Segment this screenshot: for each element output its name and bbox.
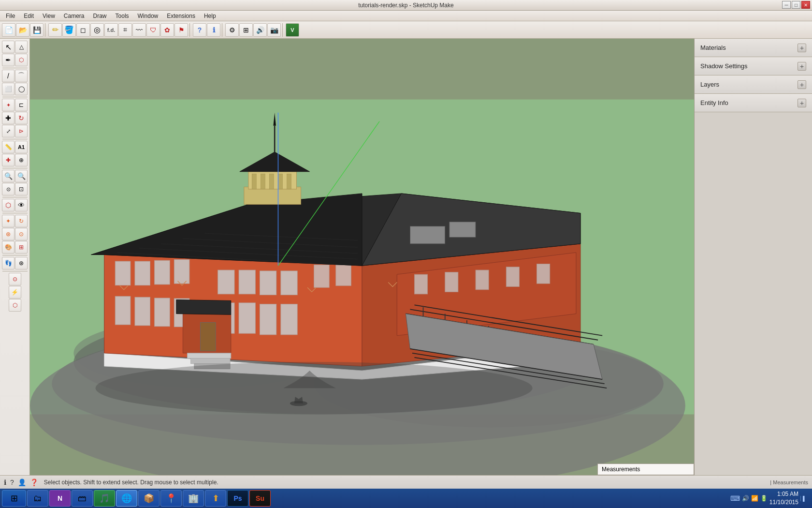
tool-tape[interactable]: 📏 xyxy=(2,141,14,153)
tool-zoom-fit[interactable]: ⊙ xyxy=(2,183,14,195)
menu-tools[interactable]: Tools xyxy=(112,12,133,20)
tool-paint[interactable]: ✒ xyxy=(2,54,14,66)
tb-vray[interactable]: V xyxy=(286,23,299,37)
minimize-button[interactable]: ─ xyxy=(782,1,791,9)
tool-extra3[interactable]: ⊛ xyxy=(2,228,14,240)
taskbar-explorer[interactable]: 🗂 xyxy=(27,490,48,507)
taskbar-onenote[interactable]: N xyxy=(49,490,71,507)
tray-icon2[interactable]: 🔊 xyxy=(742,495,749,502)
tool-select[interactable]: ↖ xyxy=(2,41,14,53)
tool-extra7[interactable]: ⊙ xyxy=(9,273,21,285)
tool-walkthrough[interactable]: 👁 xyxy=(15,199,28,211)
tb-new[interactable]: 📄 xyxy=(2,23,15,37)
tb-pencil[interactable]: ✏ xyxy=(48,23,62,37)
tool-pushpull[interactable]: ✦ xyxy=(2,99,14,111)
tb-info[interactable]: ℹ xyxy=(207,23,220,37)
tool-footprints[interactable]: 👣 xyxy=(2,257,14,269)
tool-dim[interactable]: ⊕ xyxy=(15,154,28,166)
tool-extra5[interactable]: 🎨 xyxy=(2,241,14,254)
tool-extra8[interactable]: ⚡ xyxy=(9,286,21,299)
tb-scale[interactable]: ⌗ xyxy=(118,23,132,37)
menu-edit[interactable]: Edit xyxy=(20,12,38,20)
tool-rect[interactable]: ⬜ xyxy=(2,83,14,95)
tool-extra4[interactable]: ⊙ xyxy=(15,228,28,240)
tool-section[interactable]: ⬡ xyxy=(2,199,14,211)
tool-axes[interactable]: ✚ xyxy=(2,154,14,166)
taskbar-clock[interactable]: 1:05 AM 11/10/2015 xyxy=(769,490,798,507)
panel-entity-info[interactable]: Entity Info + xyxy=(695,94,812,112)
menu-draw[interactable]: Draw xyxy=(89,12,111,20)
taskbar-maps[interactable]: 📍 xyxy=(160,490,182,507)
tray-show-desktop[interactable]: ▌ xyxy=(800,496,806,501)
close-button[interactable]: ✕ xyxy=(801,1,810,9)
tb-shield[interactable]: 🛡 xyxy=(146,23,160,37)
tool-arc[interactable]: ⌒ xyxy=(15,70,28,82)
panel-shadow-settings[interactable]: Shadow Settings + xyxy=(695,57,812,75)
tool-scale[interactable]: ⤢ xyxy=(2,125,14,137)
status-icon-info[interactable]: ℹ xyxy=(4,478,6,486)
tool-text[interactable]: A1 xyxy=(15,141,28,153)
tb-render1[interactable]: ⚙ xyxy=(225,23,239,37)
tool-followme[interactable]: ⊳ xyxy=(15,125,28,137)
panel-shadow-plus[interactable]: + xyxy=(798,62,806,71)
status-icon-user[interactable]: 👤 xyxy=(18,478,26,486)
viewport[interactable]: Measurements xyxy=(30,39,694,475)
tb-circle[interactable]: ◎ xyxy=(90,23,104,37)
tb-save[interactable]: 💾 xyxy=(30,23,44,37)
tool-texture[interactable]: ⬡ xyxy=(15,54,28,66)
tb-flower[interactable]: ✿ xyxy=(160,23,174,37)
taskbar-app8[interactable]: ⬆ xyxy=(205,490,226,507)
panel-entity-plus[interactable]: + xyxy=(798,99,806,107)
maximize-button[interactable]: □ xyxy=(792,1,800,9)
start-button[interactable]: ⊞ xyxy=(2,490,26,507)
tool-component-select[interactable]: △ xyxy=(15,41,28,53)
tool-move[interactable]: ✚ xyxy=(2,112,14,124)
panel-layers[interactable]: Layers + xyxy=(695,75,812,94)
status-icon-question[interactable]: ? xyxy=(10,478,14,486)
tool-extra1[interactable]: ✦ xyxy=(2,215,14,227)
tool-extra2[interactable]: ↻ xyxy=(15,215,28,227)
taskbar-app4[interactable]: 🎵 xyxy=(94,490,115,507)
tool-offset[interactable]: ⊏ xyxy=(15,99,28,111)
tb-flag[interactable]: ⚑ xyxy=(174,23,188,37)
tool-extra9[interactable]: ⬡ xyxy=(9,299,21,312)
tb-pushpull[interactable]: f.d. xyxy=(104,23,118,37)
panel-layers-plus[interactable]: + xyxy=(798,80,806,89)
tb-sep2 xyxy=(189,23,191,37)
tb-open[interactable]: 📂 xyxy=(16,23,29,37)
menu-camera[interactable]: Camera xyxy=(60,12,88,20)
tool-zoom-window[interactable]: 🔍 xyxy=(15,170,28,182)
taskbar-app6[interactable]: 📦 xyxy=(138,490,160,507)
tray-icon4[interactable]: 🔋 xyxy=(760,495,768,502)
status-icon-help[interactable]: ❓ xyxy=(30,478,38,486)
taskbar-sketchup[interactable]: 🗃 xyxy=(72,490,93,507)
taskbar-sketchup2[interactable]: Su xyxy=(249,490,271,507)
tb-paint[interactable]: 🪣 xyxy=(62,23,76,37)
tool-rotate[interactable]: ↻ xyxy=(15,112,28,124)
menu-file[interactable]: File xyxy=(2,12,19,20)
tb-sound[interactable]: 🔊 xyxy=(253,23,267,37)
menu-help[interactable]: Help xyxy=(200,12,220,20)
panel-materials-plus[interactable]: + xyxy=(798,44,806,52)
status-bar: ℹ ? 👤 ❓ Select objects. Shift to extend … xyxy=(0,475,812,489)
tool-line[interactable]: / xyxy=(2,70,14,82)
tb-eraser[interactable]: ◻ xyxy=(76,23,90,37)
taskbar-app7[interactable]: 🏢 xyxy=(183,490,204,507)
menu-view[interactable]: View xyxy=(39,12,59,20)
tool-extra6[interactable]: ⊞ xyxy=(15,241,28,254)
tool-circle[interactable]: ◯ xyxy=(15,83,28,95)
tb-wavy[interactable]: 〰 xyxy=(132,23,146,37)
tool-compass[interactable]: ⊛ xyxy=(15,257,28,269)
taskbar-chrome[interactable]: 🌐 xyxy=(116,490,137,507)
tb-render2[interactable]: ⊞ xyxy=(239,23,253,37)
tool-zoom-extents[interactable]: ⊡ xyxy=(15,183,28,195)
tb-cam[interactable]: 📷 xyxy=(267,23,281,37)
menu-window[interactable]: Window xyxy=(134,12,162,20)
tool-zoom[interactable]: 🔍 xyxy=(2,170,14,182)
taskbar-photoshop[interactable]: Ps xyxy=(227,490,248,507)
tray-icon1[interactable]: ⌨ xyxy=(730,494,740,502)
tray-icon3[interactable]: 📶 xyxy=(751,495,758,502)
panel-materials[interactable]: Materials + xyxy=(695,39,812,57)
menu-extensions[interactable]: Extensions xyxy=(163,12,199,20)
tb-help[interactable]: ? xyxy=(193,23,206,37)
